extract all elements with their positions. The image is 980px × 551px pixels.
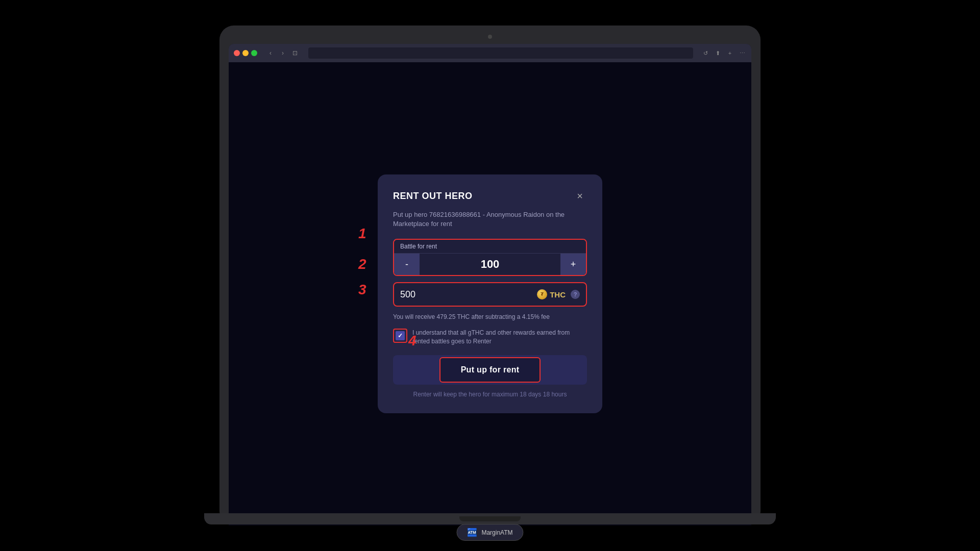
browser-nav: ‹ › ⊡ [265, 48, 300, 58]
taskbar-label[interactable]: MarginATM [481, 529, 512, 536]
thc-badge: ₮ THC ? [537, 289, 580, 299]
stepper-row: - 100 + [394, 254, 586, 275]
taskbar: 🏧 MarginATM [456, 524, 523, 541]
step2-annotation: 2 [358, 256, 366, 272]
price-input[interactable] [400, 289, 537, 300]
traffic-light-green[interactable] [251, 50, 257, 56]
browser-toolbar: ‹ › ⊡ ↺ ⬆ + ⋯ [229, 44, 751, 62]
page-content: 1 2 3 4 RENT OUT HERO × Put up hero 7682… [229, 62, 751, 525]
fee-info: You will receive 479.25 THC after subtra… [393, 313, 587, 321]
checkbox[interactable]: ✓ [396, 331, 405, 340]
increase-button[interactable]: + [560, 254, 586, 275]
traffic-lights [234, 50, 257, 56]
modal-header: RENT OUT HERO × [393, 189, 587, 203]
checkmark-icon: ✓ [398, 332, 403, 339]
laptop-base [204, 513, 776, 524]
checkbox-label: I understand that all gTHC and other rew… [412, 329, 587, 346]
step4-annotation: 4 [408, 333, 416, 349]
step1-annotation: 1 [358, 226, 366, 242]
thc-coin-icon: ₮ [537, 289, 547, 299]
laptop-shell: ‹ › ⊡ ↺ ⬆ + ⋯ 1 2 3 [219, 26, 761, 525]
laptop-camera [488, 35, 492, 39]
traffic-light-yellow[interactable] [242, 50, 249, 56]
reload-button[interactable]: ↺ [701, 49, 709, 57]
laptop-notch [459, 516, 521, 521]
modal-dialog: 1 2 3 4 RENT OUT HERO × Put up hero 7682… [378, 174, 602, 413]
modal-overlay: 1 2 3 4 RENT OUT HERO × Put up hero 7682… [229, 62, 751, 525]
footer-note: Renter will keep the hero for maximum 18… [393, 391, 587, 398]
rent-button-area: Put up for rent [393, 355, 587, 385]
price-input-box: ₮ THC ? [393, 282, 587, 307]
bookmark-button[interactable]: ⊡ [290, 48, 300, 58]
step3-annotation: 3 [358, 282, 366, 298]
help-icon[interactable]: ? [571, 290, 580, 299]
rent-button[interactable]: Put up for rent [439, 357, 541, 383]
taskbar-icon: 🏧 [467, 528, 477, 537]
decrease-button[interactable]: - [394, 254, 420, 275]
forward-button[interactable]: › [278, 48, 288, 58]
browser-window: ‹ › ⊡ ↺ ⬆ + ⋯ 1 2 3 [229, 44, 751, 525]
traffic-light-red[interactable] [234, 50, 240, 56]
browser-action-menu[interactable]: ⋯ [738, 49, 746, 57]
modal-subtitle: Put up hero 76821636988661 - Anonymous R… [393, 210, 587, 229]
browser-action-add[interactable]: + [726, 49, 734, 57]
battle-section-label: Battle for rent [394, 240, 586, 254]
back-button[interactable]: ‹ [265, 48, 276, 58]
browser-action-share[interactable]: ⬆ [714, 49, 722, 57]
address-bar[interactable] [308, 47, 693, 59]
checkbox-row: ✓ I understand that all gTHC and other r… [393, 329, 587, 346]
battle-rent-box: Battle for rent - 100 + [393, 239, 587, 276]
thc-label: THC [550, 290, 566, 299]
battle-value: 100 [420, 254, 560, 275]
close-button[interactable]: × [573, 189, 587, 203]
checkbox-wrapper: ✓ [393, 329, 407, 343]
modal-title: RENT OUT HERO [393, 191, 473, 202]
